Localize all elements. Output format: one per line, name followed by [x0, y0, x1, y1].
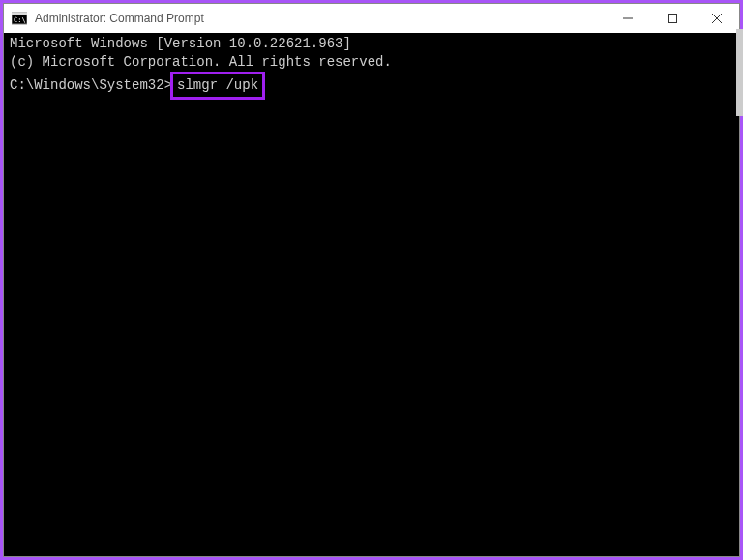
cmd-icon: C:\ [12, 11, 27, 26]
maximize-button[interactable] [650, 4, 695, 33]
command-prompt-window: C:\ Administrator: Command Prompt Micros… [3, 3, 740, 557]
svg-rect-4 [669, 15, 677, 23]
window-title: Administrator: Command Prompt [35, 12, 606, 25]
copyright-line: (c) Microsoft Corporation. All rights re… [10, 53, 733, 72]
prompt-line: C:\Windows\System32>slmgr /upk [10, 72, 733, 100]
version-line: Microsoft Windows [Version 10.0.22621.96… [10, 35, 733, 53]
command-input-highlighted: slmgr /upk [170, 72, 265, 100]
svg-rect-1 [12, 13, 27, 15]
svg-text:C:\: C:\ [14, 16, 26, 24]
vertical-scrollbar[interactable] [736, 29, 743, 116]
terminal-area[interactable]: Microsoft Windows [Version 10.0.22621.96… [4, 33, 739, 556]
close-button[interactable] [695, 4, 739, 33]
titlebar[interactable]: C:\ Administrator: Command Prompt [4, 4, 739, 33]
minimize-button[interactable] [606, 4, 650, 33]
prompt-path: C:\Windows\System32> [10, 76, 172, 95]
window-controls [606, 4, 739, 33]
